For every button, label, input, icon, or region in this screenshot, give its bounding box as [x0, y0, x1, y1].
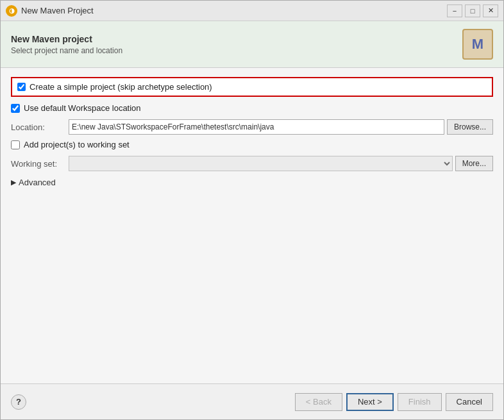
use-default-workspace-row: Use default Workspace location	[11, 103, 493, 113]
location-input[interactable]	[69, 119, 444, 135]
window-controls: − □ ✕	[447, 4, 498, 17]
minimize-button[interactable]: −	[447, 4, 462, 17]
working-set-select[interactable]	[69, 156, 453, 171]
simple-project-checkbox[interactable]	[17, 83, 26, 91]
working-set-row: Working set: More...	[11, 156, 493, 171]
more-button[interactable]: More...	[455, 156, 493, 171]
use-default-workspace-checkbox[interactable]	[11, 104, 20, 113]
cancel-button[interactable]: Cancel	[446, 393, 493, 411]
location-label: Location:	[11, 122, 69, 132]
footer: ? < Back Next > Finish Cancel	[1, 383, 503, 419]
header-title: New Maven project	[11, 34, 457, 44]
browse-button[interactable]: Browse...	[447, 119, 493, 135]
finish-button[interactable]: Finish	[398, 393, 442, 411]
advanced-arrow-icon: ▶	[11, 178, 16, 187]
use-default-workspace-label[interactable]: Use default Workspace location	[24, 103, 141, 113]
add-working-set-checkbox[interactable]	[11, 140, 20, 149]
header-text: New Maven project Select project name an…	[11, 34, 457, 55]
add-working-set-row: Add project(s) to working set	[11, 140, 493, 149]
header-subtitle: Select project name and location	[11, 46, 457, 55]
close-button[interactable]: ✕	[483, 4, 498, 17]
maven-icon: M	[462, 29, 493, 60]
working-set-input-wrap: More...	[69, 156, 493, 171]
advanced-section[interactable]: ▶ Advanced	[11, 176, 493, 189]
working-set-label: Working set:	[11, 159, 69, 169]
footer-left: ?	[11, 394, 26, 410]
titlebar: ◑ New Maven Project − □ ✕	[1, 1, 503, 21]
add-working-set-label[interactable]: Add project(s) to working set	[24, 140, 130, 149]
maximize-button[interactable]: □	[465, 4, 480, 17]
simple-project-row: Create a simple project (skip archetype …	[11, 77, 493, 97]
help-button[interactable]: ?	[11, 394, 26, 410]
app-icon: ◑	[6, 5, 17, 17]
footer-right: < Back Next > Finish Cancel	[295, 393, 493, 411]
location-row: Location: Browse...	[11, 119, 493, 135]
main-window: ◑ New Maven Project − □ ✕ New Maven proj…	[0, 0, 504, 420]
content-area: Create a simple project (skip archetype …	[1, 68, 503, 383]
location-input-wrap: Browse...	[69, 119, 493, 135]
simple-project-label[interactable]: Create a simple project (skip archetype …	[29, 82, 212, 92]
window-title: New Maven Project	[21, 6, 447, 15]
header-section: New Maven project Select project name an…	[1, 21, 503, 68]
advanced-label: Advanced	[19, 178, 56, 187]
back-button[interactable]: < Back	[295, 393, 342, 411]
next-button[interactable]: Next >	[346, 393, 394, 411]
